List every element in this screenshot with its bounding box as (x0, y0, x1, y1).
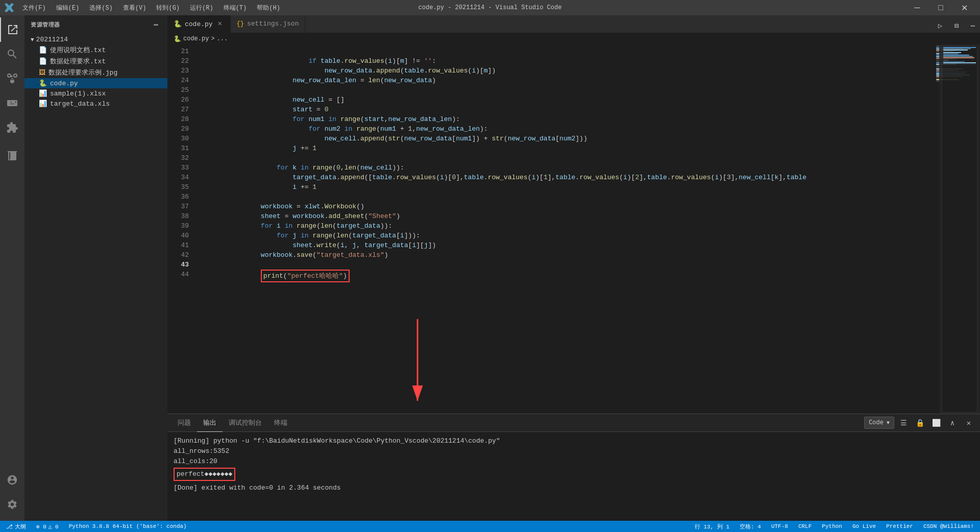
menu-file[interactable]: 文件(F) (18, 3, 50, 13)
file-icon-txt2: 📄 (39, 57, 47, 65)
prettier-label: Prettier (886, 523, 913, 529)
sidebar-tree: ▼ 20211214 📄 使用说明文档.txt 📄 数据处理要求.txt 🖼 数… (24, 34, 167, 521)
tab-code-py-label: code.py (185, 20, 213, 28)
folder-20211214[interactable]: ▼ 20211214 (24, 35, 167, 44)
title-bar-controls[interactable]: ─ □ ✕ (905, 0, 976, 15)
git-branch-label: 大纲 (15, 523, 26, 530)
python-env-label: Python 3.8.8 64-bit ('base': conda) (69, 523, 187, 529)
maximize-button[interactable]: □ (929, 0, 952, 15)
menu-edit[interactable]: 编辑(E) (52, 3, 84, 13)
breadcrumb: 🐍 code.py > ... (167, 33, 980, 44)
status-encoding[interactable]: UTF-8 (769, 521, 790, 532)
panel-collapse-button[interactable]: ∧ (945, 416, 960, 430)
file-icon-xls: 📊 (39, 100, 47, 108)
tab-bar: 🐍 code.py × {} settings.json ▷ ⊟ ⋯ (167, 15, 980, 33)
activity-bar-source-control[interactable] (0, 66, 24, 91)
position-label: 行 13, 列 1 (695, 523, 729, 530)
run-button[interactable]: ▷ (933, 18, 947, 33)
status-prettier[interactable]: Prettier (884, 521, 915, 532)
file-icon-py: 🐍 (39, 79, 47, 87)
status-go-live[interactable]: Go Live (850, 521, 878, 532)
errors-label: ⊗ 0 (36, 523, 46, 530)
file-item-txt2[interactable]: 📄 数据处理要求.txt (24, 56, 167, 67)
panel-close-button[interactable]: ✕ (962, 416, 976, 430)
code-line-43: print("perfect哈哈哈") (197, 260, 934, 270)
file-item-xlsx[interactable]: 📊 sample(1).xlsx (24, 88, 167, 99)
minimize-button[interactable]: ─ (905, 0, 929, 15)
output-line-cols: all_cols:20 (174, 456, 974, 467)
file-label-py: code.py (50, 80, 78, 87)
menu-terminal[interactable]: 终端(T) (219, 3, 251, 13)
panel-list-view-button[interactable]: ☰ (896, 416, 911, 430)
code-content[interactable]: if table.row_values(i)[m] != '': new_row… (193, 44, 934, 414)
main-layout: 资源管理器 ⋯ ▼ 20211214 📄 使用说明文档.txt 📄 数据处理要求… (0, 15, 980, 521)
panel-tab-debug[interactable]: 调试控制台 (223, 414, 268, 432)
file-label-txt1: 使用说明文档.txt (50, 45, 106, 55)
menu-run[interactable]: 运行(R) (186, 3, 217, 13)
git-branch-icon: ⎇ (6, 523, 13, 530)
new-file-icon[interactable]: ⋯ (151, 19, 161, 30)
breadcrumb-more[interactable]: ... (217, 35, 228, 42)
activity-bar-settings[interactable] (0, 492, 24, 517)
menu-view[interactable]: 查看(V) (119, 3, 151, 13)
status-language[interactable]: Python (820, 521, 844, 532)
code-line-36: workbook = xlwt.Workbook() (197, 192, 934, 202)
activity-bar-test[interactable] (0, 144, 24, 168)
editor-toolbar-right: ▷ ⊟ ⋯ (933, 18, 980, 33)
more-actions-button[interactable]: ⋯ (966, 18, 980, 33)
panel-tab-bar: 问题 输出 调试控制台 终端 Code ▼ ☰ 🔒 ⬜ ∧ (167, 414, 980, 432)
file-icon-xlsx: 📊 (39, 89, 47, 98)
file-label-xls: target_data.xls (50, 100, 110, 108)
breadcrumb-py-icon: 🐍 (174, 35, 181, 43)
panel-tab-problems[interactable]: 问题 (172, 414, 197, 432)
activity-bar-search[interactable] (0, 42, 24, 66)
code-grade-label: CSDN @Williams! (923, 523, 974, 529)
activity-bar (0, 15, 24, 521)
file-item-xls[interactable]: 📊 target_data.xls (24, 99, 167, 109)
status-spaces[interactable]: 空格: 4 (738, 521, 763, 532)
activity-bar-run[interactable] (0, 91, 24, 115)
code-editor[interactable]: 21222324 25262728 29303132 33343536 3738… (167, 44, 980, 414)
warnings-label: △ 0 (48, 523, 59, 530)
file-item-jpg[interactable]: 🖼 数据处理要求示例.jpg (24, 67, 167, 78)
sidebar-header-icons: ⋯ (151, 19, 161, 30)
status-git-branch[interactable]: ⎇ 大纲 (4, 521, 28, 532)
menu-select[interactable]: 选择(S) (85, 3, 117, 13)
tab-settings-json[interactable]: {} settings.json (231, 15, 306, 33)
line-ending-label: CRLF (798, 523, 812, 529)
sidebar: 资源管理器 ⋯ ▼ 20211214 📄 使用说明文档.txt 📄 数据处理要求… (24, 15, 167, 521)
status-position[interactable]: 行 13, 列 1 (693, 521, 731, 532)
folder-chevron-icon: ▼ (31, 37, 34, 43)
menu-help[interactable]: 帮助(H) (253, 3, 284, 13)
panel-lock-button[interactable]: 🔒 (913, 416, 927, 430)
status-python-env[interactable]: Python 3.8.8 64-bit ('base': conda) (67, 521, 189, 532)
breadcrumb-file[interactable]: code.py (183, 35, 209, 42)
status-code-grade[interactable]: CSDN @Williams! (921, 521, 976, 532)
tab-code-py[interactable]: 🐍 code.py × (167, 15, 231, 33)
tab-code-py-close[interactable]: × (216, 20, 224, 28)
activity-bar-extensions[interactable] (0, 115, 24, 140)
activity-bar-accounts[interactable] (0, 468, 24, 492)
menu-goto[interactable]: 转到(G) (152, 3, 184, 13)
file-item-py[interactable]: 🐍 code.py (24, 78, 167, 88)
file-item-txt1[interactable]: 📄 使用说明文档.txt (24, 44, 167, 56)
tab-settings-json-label: settings.json (247, 20, 299, 28)
panel-tab-terminal[interactable]: 终端 (268, 414, 293, 432)
panel-dropdown-code[interactable]: Code ▼ (864, 417, 894, 429)
title-bar-left: 文件(F) 编辑(E) 选择(S) 查看(V) 转到(G) 运行(R) 终端(T… (4, 3, 284, 13)
status-bar-right: 行 13, 列 1 空格: 4 UTF-8 CRLF Python Go Liv… (693, 521, 976, 532)
output-line-perfect: perfect◆◆◆◆◆◆◆ (174, 468, 974, 481)
close-button[interactable]: ✕ (952, 0, 976, 15)
status-errors[interactable]: ⊗ 0 △ 0 (34, 521, 61, 532)
go-live-label: Go Live (852, 523, 876, 529)
title-bar-menu[interactable]: 文件(F) 编辑(E) 选择(S) 查看(V) 转到(G) 运行(R) 终端(T… (18, 3, 284, 13)
output-perfect-box: perfect◆◆◆◆◆◆◆ (174, 468, 235, 481)
split-editor-button[interactable]: ⊟ (949, 18, 964, 33)
panel-area: 问题 输出 调试控制台 终端 Code ▼ ☰ 🔒 ⬜ ∧ (167, 414, 980, 521)
status-line-ending[interactable]: CRLF (796, 521, 814, 532)
panel-maximize-button[interactable]: ⬜ (929, 416, 943, 430)
activity-bar-explorer[interactable] (0, 17, 24, 42)
panel-tab-output[interactable]: 输出 (197, 414, 223, 432)
activity-bar-bottom (0, 468, 24, 521)
terminal-output: [Running] python -u "f:\BaiduNetdiskWork… (167, 432, 980, 521)
